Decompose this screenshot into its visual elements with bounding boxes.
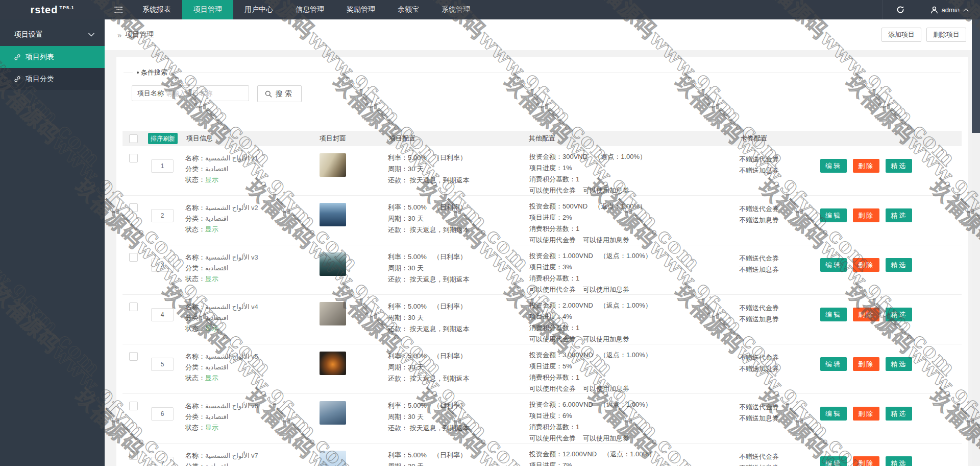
row-actions: 编辑 删除 精选 bbox=[817, 394, 962, 444]
sort-refresh-button[interactable]: 排序刷新 bbox=[148, 133, 178, 144]
sort-order-input[interactable] bbox=[151, 407, 174, 421]
scrollbar-thumb[interactable] bbox=[972, 19, 980, 133]
delete-button[interactable]: 删除 bbox=[853, 357, 879, 371]
nav-item-yuebao[interactable]: 余额宝 bbox=[386, 0, 430, 19]
search-fieldset: 条件搜索 项目名称 搜索 bbox=[124, 73, 961, 111]
search-button-label: 搜索 bbox=[276, 89, 294, 99]
search-button[interactable]: 搜索 bbox=[257, 85, 302, 102]
project-status-toggle[interactable]: 显示 bbox=[205, 374, 218, 382]
refresh-button[interactable] bbox=[882, 0, 919, 19]
project-category: اقتصادية bbox=[205, 413, 228, 421]
edit-button[interactable]: 编辑 bbox=[820, 357, 847, 371]
other-config-cell: 投资金额：300VND （返点：1.00%） 项目进度：1% 消费积分基数：1 … bbox=[526, 146, 735, 196]
app-logo-text: rsted bbox=[31, 4, 58, 16]
voucher-allowed-text: 可以使用代金券 bbox=[529, 236, 576, 244]
points-base-value: 1 bbox=[576, 374, 579, 381]
project-info-cell: 名称：الألواح الشمسية v6 分类：اقتصادية 状态：显示 bbox=[181, 394, 316, 444]
coupon-config-cell: 不赠送代金券 不赠送加息券 bbox=[735, 295, 817, 345]
delete-project-button[interactable]: 删除项目 bbox=[926, 28, 966, 42]
voucher-allowed-text: 可以使用代金券 bbox=[529, 335, 576, 343]
project-status-toggle[interactable]: 显示 bbox=[205, 176, 218, 183]
voucher-allowed-text: 可以使用代金券 bbox=[529, 286, 576, 293]
col-header-project-config: 项目配置 bbox=[385, 134, 526, 143]
project-status-toggle[interactable]: 显示 bbox=[205, 424, 218, 431]
featured-button[interactable]: 精选 bbox=[886, 258, 912, 272]
repay-value: 按天返息，到期返本 bbox=[410, 176, 470, 184]
project-status-toggle[interactable]: 显示 bbox=[205, 275, 218, 283]
project-info-cell: 名称：الألواح الشمسية v1 分类：اقتصادية 状态：显示 bbox=[181, 146, 316, 196]
scrollbar-track[interactable] bbox=[972, 19, 980, 466]
project-status-toggle[interactable]: 显示 bbox=[205, 225, 218, 233]
invest-rebate-note: （返点：1.00%） bbox=[594, 153, 646, 160]
edit-button[interactable]: 编辑 bbox=[820, 258, 847, 272]
row-checkbox[interactable] bbox=[129, 203, 138, 212]
row-checkbox[interactable] bbox=[129, 402, 138, 410]
nav-item-system-reports[interactable]: 系统报表 bbox=[131, 0, 182, 19]
sidebar-item-project-category[interactable]: 项目分类 bbox=[0, 68, 105, 90]
rate-note: （日利率） bbox=[433, 352, 467, 360]
project-config-cell: 利率：5.00% （日利率） 周期：30 天 还款： 按天返息，到期返本 bbox=[385, 146, 526, 196]
no-interest-coupon-text: 不赠送加息券 bbox=[739, 413, 817, 424]
sort-order-input[interactable] bbox=[151, 259, 174, 272]
nav-item-user-center[interactable]: 用户中心 bbox=[233, 0, 284, 19]
sort-order-input[interactable] bbox=[151, 308, 174, 321]
project-name-input[interactable] bbox=[166, 89, 249, 97]
project-status-toggle[interactable]: 显示 bbox=[205, 324, 218, 332]
nav-item-reward-management[interactable]: 奖励管理 bbox=[335, 0, 386, 19]
col-header-project-cover: 项目封面 bbox=[316, 134, 385, 143]
sidebar-group-project-settings[interactable]: 项目设置 bbox=[0, 24, 105, 46]
col-header-project-info: 项目信息 bbox=[181, 134, 316, 143]
sort-order-input[interactable] bbox=[151, 457, 174, 466]
featured-button[interactable]: 精选 bbox=[886, 308, 912, 321]
delete-button[interactable]: 删除 bbox=[853, 208, 879, 222]
project-table: 排序刷新 项目信息 项目封面 项目配置 其他配置 卡券配置 名称：الألواح… bbox=[122, 131, 962, 466]
user-menu[interactable]: admin bbox=[919, 0, 980, 19]
row-checkbox[interactable] bbox=[129, 253, 138, 262]
edit-button[interactable]: 编辑 bbox=[820, 407, 847, 421]
row-checkbox[interactable] bbox=[129, 352, 138, 361]
nav-item-info-management[interactable]: 信息管理 bbox=[284, 0, 335, 19]
period-value: 30 天 bbox=[408, 165, 424, 173]
delete-button[interactable]: 删除 bbox=[853, 456, 879, 466]
featured-button[interactable]: 精选 bbox=[886, 357, 912, 371]
progress-value: 6% bbox=[562, 412, 572, 420]
row-checkbox[interactable] bbox=[129, 302, 138, 311]
delete-button[interactable]: 删除 bbox=[853, 308, 879, 321]
sort-order-input[interactable] bbox=[151, 209, 174, 222]
featured-button[interactable]: 精选 bbox=[886, 407, 912, 421]
nav-item-system-management[interactable]: 系统管理 bbox=[430, 0, 481, 19]
edit-button[interactable]: 编辑 bbox=[820, 208, 847, 222]
top-navbar: rsted TP5.1 系统报表项目管理用户中心信息管理奖励管理余额宝系统管理 … bbox=[0, 0, 980, 19]
featured-button[interactable]: 精选 bbox=[886, 208, 912, 222]
project-cover-image bbox=[320, 203, 346, 226]
invest-rebate-note: （返点：1.00%） bbox=[603, 450, 655, 458]
rate-value: 5.00% bbox=[408, 451, 427, 459]
row-checkbox[interactable] bbox=[129, 451, 138, 460]
no-interest-coupon-text: 不赠送加息券 bbox=[739, 215, 817, 226]
add-project-button[interactable]: 添加项目 bbox=[881, 28, 921, 42]
sort-order-input[interactable] bbox=[151, 358, 174, 371]
delete-button[interactable]: 删除 bbox=[853, 258, 879, 272]
project-name-field[interactable]: 项目名称 bbox=[132, 85, 249, 101]
points-base-value: 1 bbox=[576, 225, 579, 232]
edit-button[interactable]: 编辑 bbox=[820, 308, 847, 321]
edit-button[interactable]: 编辑 bbox=[820, 456, 847, 466]
period-value: 30 天 bbox=[408, 264, 424, 272]
nav-item-project-management[interactable]: 项目管理 bbox=[182, 0, 233, 19]
interest-coupon-allowed-text: 可以使用加息券 bbox=[583, 286, 629, 293]
select-all-checkbox[interactable] bbox=[129, 134, 138, 143]
sidebar-collapse-button[interactable] bbox=[105, 0, 131, 19]
project-category: اقتصادية bbox=[205, 165, 228, 173]
coupon-config-cell: 不赠送代金券 不赠送加息券 bbox=[735, 196, 817, 246]
breadcrumb-separator: » bbox=[117, 31, 121, 39]
row-checkbox[interactable] bbox=[129, 154, 138, 162]
featured-button[interactable]: 精选 bbox=[886, 159, 912, 173]
project-name: الألواح الشمسية v4 bbox=[205, 303, 258, 311]
sort-order-input[interactable] bbox=[151, 159, 174, 173]
edit-button[interactable]: 编辑 bbox=[820, 159, 847, 173]
delete-button[interactable]: 删除 bbox=[853, 159, 879, 173]
delete-button[interactable]: 删除 bbox=[853, 407, 879, 421]
invest-amount: 500VND bbox=[562, 202, 587, 210]
sidebar-item-project-list[interactable]: 项目列表 bbox=[0, 46, 105, 68]
featured-button[interactable]: 精选 bbox=[886, 456, 912, 466]
